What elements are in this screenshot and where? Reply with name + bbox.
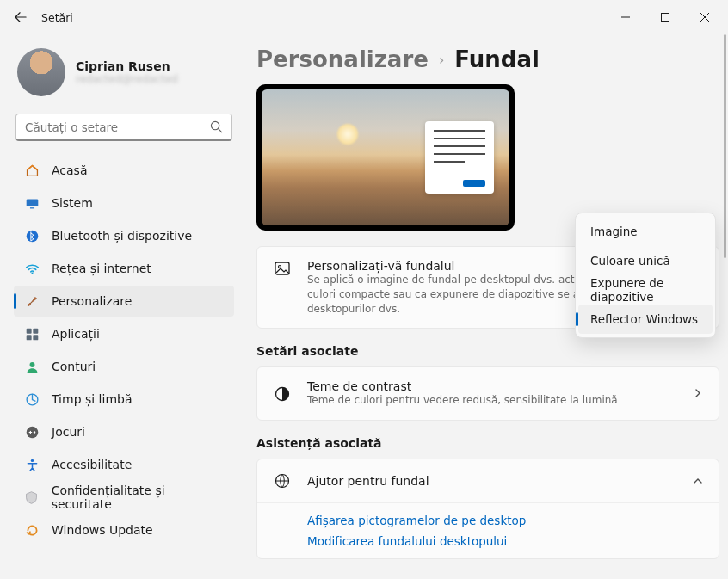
preview-window	[425, 121, 494, 194]
wifi-icon	[24, 261, 40, 276]
minimize-button[interactable]	[606, 0, 645, 34]
person-icon	[24, 359, 40, 374]
gamepad-icon	[24, 424, 40, 440]
chevron-right-icon: ›	[439, 52, 444, 68]
home-icon	[24, 163, 40, 178]
sidebar-item-label: Bluetooth și dispozitive	[52, 229, 192, 243]
svg-point-14	[30, 459, 33, 461]
breadcrumb-parent[interactable]: Personalizare	[256, 46, 429, 72]
dropdown-option-slideshow[interactable]: Expunere de diapozitive	[578, 275, 713, 305]
svg-point-16	[279, 266, 281, 268]
help-link[interactable]: Modificarea fundalului desktopului	[307, 534, 703, 548]
sidebar-item-label: Acasă	[52, 163, 87, 177]
sidebar-item-apps[interactable]: Aplicații	[14, 318, 234, 349]
shield-icon	[24, 490, 40, 505]
card-subtitle: Teme de culori pentru vedere redusă, sen…	[307, 393, 677, 408]
contrast-themes-card[interactable]: Teme de contrast Teme de culori pentru v…	[256, 366, 719, 421]
assist-header: Asistență asociată	[256, 436, 719, 450]
sidebar-item-label: Confidențialitate și securitate	[52, 484, 225, 511]
titlebar: Setări	[0, 0, 728, 34]
svg-point-6	[31, 272, 33, 274]
profile-email: redacted@redacted	[76, 73, 178, 85]
search-box[interactable]	[15, 114, 232, 141]
related-header: Setări asociate	[256, 344, 719, 358]
page-title: Fundal	[454, 46, 540, 72]
sidebar-item-label: Windows Update	[52, 523, 153, 537]
maximize-button[interactable]	[645, 0, 685, 34]
card-title: Teme de contrast	[307, 379, 677, 393]
sidebar-item-network[interactable]: Rețea și internet	[14, 253, 234, 284]
help-card: Ajutor pentru fundal Afișarea pictograme…	[256, 459, 719, 559]
update-icon	[24, 522, 40, 538]
sidebar-item-label: Conturi	[52, 360, 96, 373]
profile-name: Ciprian Rusen	[76, 59, 178, 73]
svg-rect-10	[33, 335, 38, 340]
sidebar-item-label: Aplicații	[52, 327, 100, 341]
sidebar: Ciprian Rusen redacted@redacted Acasă Si…	[0, 34, 241, 579]
close-icon	[700, 13, 709, 22]
help-link[interactable]: Afișarea pictogramelor de pe desktop	[307, 514, 703, 527]
contrast-icon	[273, 385, 292, 403]
sidebar-item-bluetooth[interactable]: Bluetooth și dispozitive	[14, 220, 234, 251]
sidebar-item-label: Jocuri	[52, 425, 85, 439]
sidebar-item-accounts[interactable]: Conturi	[14, 351, 234, 382]
sidebar-item-system[interactable]: Sistem	[14, 188, 234, 219]
scrollbar[interactable]	[724, 34, 726, 258]
svg-rect-9	[26, 335, 31, 340]
globe-help-icon	[273, 471, 292, 490]
svg-rect-7	[26, 328, 31, 333]
dropdown-option-spotlight[interactable]: Reflector Windows	[578, 305, 713, 334]
window-controls	[606, 0, 725, 34]
globe-clock-icon	[24, 391, 40, 407]
svg-point-11	[29, 361, 34, 366]
sidebar-item-privacy[interactable]: Confidențialitate și securitate	[14, 482, 234, 513]
sidebar-item-time[interactable]: Timp și limbă	[14, 384, 234, 415]
minimize-icon	[621, 13, 630, 22]
background-preview	[256, 84, 515, 231]
avatar	[17, 48, 65, 96]
sidebar-item-home[interactable]: Acasă	[14, 155, 234, 186]
svg-rect-4	[29, 207, 34, 208]
svg-point-13	[26, 426, 38, 438]
sidebar-item-gaming[interactable]: Jocuri	[14, 416, 234, 447]
chevron-right-icon	[693, 385, 703, 402]
sidebar-item-personalize[interactable]: Personalizare	[14, 286, 234, 317]
help-toggle-row[interactable]: Ajutor pentru fundal	[257, 459, 719, 502]
card-title: Ajutor pentru fundal	[307, 474, 677, 488]
svg-point-2	[211, 121, 219, 129]
accessibility-icon	[24, 457, 40, 472]
breadcrumb: Personalizare › Fundal	[256, 46, 719, 72]
sidebar-item-accessibility[interactable]: Accesibilitate	[14, 449, 234, 480]
svg-rect-0	[621, 17, 630, 18]
sidebar-item-label: Sistem	[52, 196, 93, 210]
nav-list: Acasă Sistem Bluetooth și dispozitive Re…	[14, 155, 234, 545]
sidebar-item-label: Personalizare	[52, 294, 132, 308]
arrow-left-icon	[15, 11, 27, 23]
profile[interactable]: Ciprian Rusen redacted@redacted	[14, 43, 234, 110]
sidebar-item-label: Rețea și internet	[52, 262, 151, 275]
back-button[interactable]	[3, 0, 38, 34]
maximize-icon	[661, 13, 669, 22]
sidebar-item-label: Accesibilitate	[52, 458, 132, 471]
main-content: Personalizare › Fundal	[241, 34, 728, 579]
system-icon	[24, 195, 40, 211]
search-icon	[210, 120, 223, 133]
svg-rect-1	[662, 14, 669, 22]
chevron-up-icon	[693, 473, 703, 490]
close-button[interactable]	[685, 0, 725, 34]
bluetooth-icon	[24, 228, 40, 243]
search-input[interactable]	[25, 120, 210, 134]
dropdown-option-solid[interactable]: Culoare unică	[578, 246, 713, 275]
sidebar-item-update[interactable]: Windows Update	[14, 514, 234, 545]
image-icon	[273, 259, 292, 278]
background-type-dropdown: Imagine Culoare unică Expunere de diapoz…	[575, 213, 716, 338]
svg-rect-3	[26, 199, 38, 206]
brush-icon	[24, 293, 40, 309]
svg-rect-15	[275, 262, 289, 274]
svg-rect-8	[33, 328, 38, 333]
sidebar-item-label: Timp și limbă	[52, 392, 133, 406]
dropdown-option-picture[interactable]: Imagine	[578, 217, 713, 246]
apps-icon	[24, 326, 40, 342]
app-title: Setări	[41, 11, 73, 24]
